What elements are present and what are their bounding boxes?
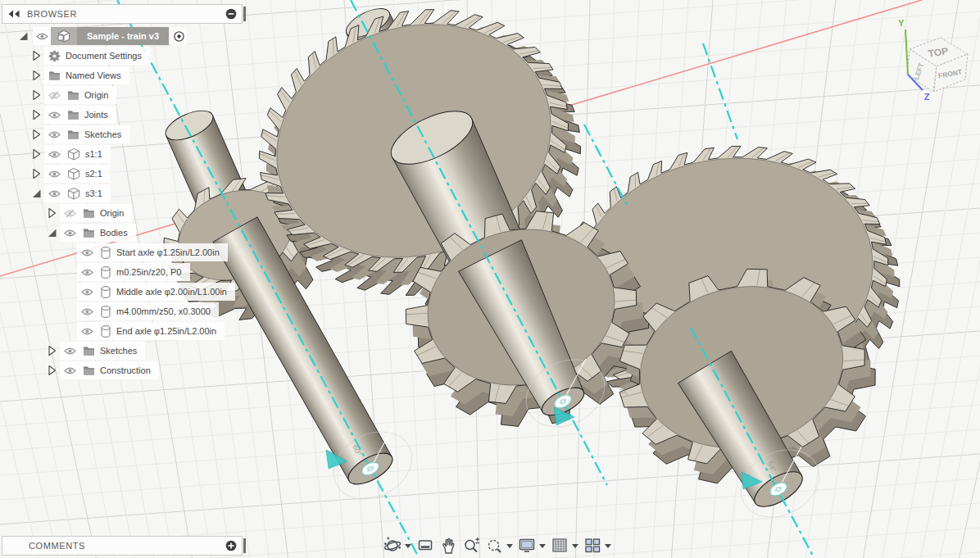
eye-icon[interactable]: [64, 229, 76, 238]
folder-icon: [67, 110, 79, 120]
disclosure-collapsed-icon[interactable]: [31, 70, 43, 82]
eye-icon[interactable]: [81, 288, 93, 297]
body-icon: [100, 286, 111, 298]
activate-component-radio[interactable]: [170, 27, 187, 45]
eye-icon[interactable]: [81, 327, 93, 336]
eye-icon[interactable]: [81, 268, 93, 277]
tree-item-label[interactable]: Sketches: [84, 129, 121, 139]
look-at-button[interactable]: [416, 536, 436, 556]
tree-item-label[interactable]: Start axle φ1.25in/L2.00in: [116, 247, 220, 257]
settings-gear-icon: [48, 50, 61, 62]
folder-icon: [48, 70, 61, 81]
navigation-toolbar: [383, 535, 616, 556]
viewcube[interactable]: TOPLEFTFRONTYZ: [882, 0, 980, 107]
body-icon: [100, 247, 111, 259]
component-icon: [67, 147, 80, 161]
comments-title: COMMENTS: [29, 541, 225, 551]
grid-display-button[interactable]: [551, 536, 580, 556]
comments-bar[interactable]: COMMENTS: [2, 536, 243, 556]
tree-item-label[interactable]: Named Views: [66, 70, 121, 80]
chevron-down-icon[interactable]: [539, 544, 546, 548]
add-comment-icon[interactable]: [225, 540, 237, 551]
disclosure-collapsed-icon[interactable]: [47, 345, 58, 357]
y-axis-label: Y: [898, 18, 905, 28]
display-settings-button[interactable]: [518, 536, 547, 556]
eye-icon[interactable]: [48, 130, 61, 139]
disclosure-expanded-icon[interactable]: [31, 188, 43, 200]
tree-item-label[interactable]: End axle φ1.25in/L2.00in: [116, 326, 216, 336]
component-icon: [51, 27, 77, 45]
pan-icon: [439, 536, 459, 556]
browser-title: BROWSER: [27, 9, 225, 19]
body-icon: [100, 325, 111, 338]
disclosure-expanded-icon[interactable]: [47, 227, 58, 239]
disclosure-collapsed-icon[interactable]: [31, 109, 43, 121]
folder-icon: [67, 129, 79, 140]
zoom-button[interactable]: [462, 536, 482, 556]
eye-icon[interactable]: [64, 347, 76, 356]
zoom-icon: [462, 536, 482, 556]
grid-display-icon: [551, 536, 570, 556]
chevron-down-icon[interactable]: [405, 544, 411, 548]
fit-button[interactable]: [485, 536, 515, 556]
component-icon: [67, 187, 80, 200]
look-at-icon: [416, 536, 436, 556]
comments-scrollbar[interactable]: [243, 538, 246, 553]
disclosure-collapsed-icon[interactable]: [31, 129, 43, 141]
eye-icon[interactable]: [64, 366, 76, 375]
y-axis-line: [905, 29, 908, 75]
eye-hidden-icon[interactable]: [48, 91, 61, 100]
tree-item-label[interactable]: Bodies: [100, 228, 128, 238]
tree-item-label[interactable]: Middle axle φ2.00in/L1.00in: [116, 287, 227, 297]
tree-item-label[interactable]: Origin: [84, 90, 108, 100]
tree-item-label[interactable]: Joints: [84, 110, 108, 120]
eye-hidden-icon[interactable]: [64, 209, 76, 218]
disclosure-collapsed-icon[interactable]: [47, 207, 58, 220]
disclosure-collapsed-icon[interactable]: [31, 168, 43, 180]
eye-icon[interactable]: [81, 248, 93, 257]
collapse-panel-icon[interactable]: [7, 8, 20, 20]
z-axis-label: Z: [924, 92, 930, 102]
panel-scrollbar[interactable]: [243, 7, 246, 21]
fit-icon: [485, 536, 505, 556]
eye-icon[interactable]: [48, 111, 61, 120]
disclosure-expanded-icon[interactable]: [18, 30, 29, 43]
disclosure-collapsed-icon[interactable]: [31, 148, 43, 161]
viewports-button[interactable]: [583, 536, 613, 556]
component-icon: [67, 167, 80, 180]
disclosure-collapsed-icon[interactable]: [47, 365, 58, 377]
folder-icon: [83, 208, 95, 219]
disclosure-collapsed-icon[interactable]: [31, 50, 43, 62]
tree-item-label[interactable]: Origin: [100, 208, 124, 218]
folder-icon: [83, 346, 95, 356]
tree-item-label[interactable]: m0.25in/z20, P0: [116, 267, 182, 277]
disclosure-collapsed-icon[interactable]: [31, 89, 43, 102]
eye-icon[interactable]: [81, 307, 93, 316]
chevron-down-icon[interactable]: [605, 544, 611, 548]
eye-icon[interactable]: [48, 189, 61, 198]
tree-item-label[interactable]: s2:1: [85, 169, 102, 179]
tree-item-label[interactable]: s3:1: [85, 188, 102, 198]
eye-icon[interactable]: [48, 170, 61, 179]
folder-icon: [83, 228, 95, 238]
folder-icon: [67, 90, 79, 101]
tree-item-label[interactable]: m4.00mm/z50, x0.3000: [116, 306, 211, 316]
tree-item-label[interactable]: s1:1: [85, 149, 102, 159]
viewports-icon: [583, 536, 603, 556]
orbit-button[interactable]: [383, 536, 413, 556]
tree-item-label[interactable]: Sample - train v3: [77, 27, 169, 45]
browser-panel: BROWSER Sample - train v3Document Settin…: [0, 0, 262, 410]
eye-icon[interactable]: [48, 150, 61, 159]
pan-button[interactable]: [439, 536, 459, 556]
eye-icon[interactable]: [33, 27, 51, 45]
hide-panel-icon[interactable]: [225, 8, 237, 20]
body-icon: [100, 266, 111, 279]
orbit-icon: [383, 536, 403, 556]
chevron-down-icon[interactable]: [572, 544, 578, 548]
tree-item-label[interactable]: Construction: [100, 365, 151, 375]
tree-item-label[interactable]: Document Settings: [66, 51, 142, 61]
chevron-down-icon[interactable]: [506, 544, 513, 548]
body-icon: [100, 306, 111, 318]
tree-item-label[interactable]: Sketches: [100, 346, 137, 356]
display-settings-icon: [518, 536, 538, 556]
